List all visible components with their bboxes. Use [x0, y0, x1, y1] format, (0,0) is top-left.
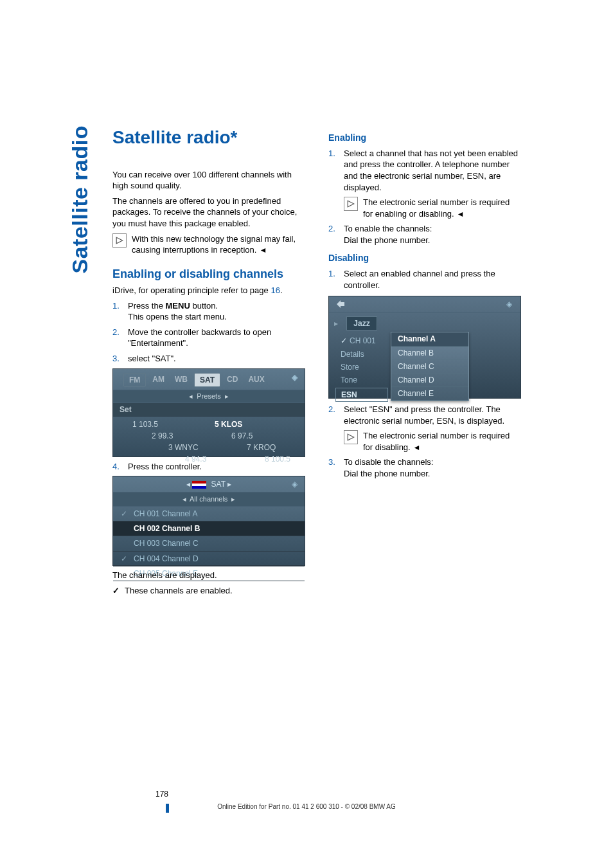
- step-3-text: select "SAT".: [128, 353, 176, 365]
- preset-2[interactable]: 2 99.3: [152, 431, 173, 441]
- back-icon[interactable]: [335, 299, 346, 309]
- svg-marker-5: [414, 446, 419, 450]
- preset-3[interactable]: 3 WNYC: [168, 442, 199, 453]
- channel-row-3-label: CH 003 Channel C: [134, 538, 199, 548]
- esn-note-text: The electronic serial number is required…: [363, 197, 521, 219]
- presets-body: 1 103.5 2 99.3 3 WNYC 4 94.3 5 KLOS 6 97…: [113, 417, 305, 464]
- radio-screenshot-presets: FM AM WB SAT CD AUX ◈ ◂ Presets ▸ Set 1 …: [112, 368, 305, 457]
- di-step-3a: To disable the channels:: [344, 457, 433, 467]
- tab-cd[interactable]: CD: [223, 373, 242, 387]
- all-channels-row[interactable]: ◂ All channels ▸: [113, 493, 305, 507]
- svg-marker-2: [348, 201, 354, 207]
- page-title: Satellite radio*: [112, 125, 305, 150]
- esn-note-2-body: The electronic serial number is required…: [363, 431, 510, 452]
- enabling-steps: 1. Select a channel that has not yet bee…: [328, 148, 521, 193]
- en-step-1-text: Select a channel that has not yet been e…: [344, 148, 521, 193]
- disabling-steps: 1. Select an enabled channel and press t…: [328, 268, 521, 291]
- step-2-text: Move the controller backwards to open "E…: [128, 327, 305, 349]
- sc-topbar: ◈: [329, 296, 520, 312]
- channel-row-4-label: CH 004 Channel D: [134, 554, 199, 564]
- popup-row-e[interactable]: Channel E: [391, 387, 468, 401]
- step-1: 1. Press the MENU button. This opens the…: [112, 300, 305, 323]
- enabling-heading: Enabling: [328, 132, 521, 144]
- preset-5[interactable]: 5 KLOS: [215, 419, 242, 429]
- channel-row-4[interactable]: ✓CH 004 Channel D: [113, 552, 305, 566]
- disabling-heading: Disabling: [328, 252, 521, 264]
- tab-sat[interactable]: SAT: [194, 373, 220, 387]
- di-step-1-text: Select an enabled channel and press the …: [344, 268, 521, 291]
- di-step-2: 2. Select "ESN" and press the controller…: [328, 404, 521, 426]
- left-arrow-icon: ◂: [189, 392, 193, 400]
- preset-1[interactable]: 1 103.5: [132, 419, 158, 429]
- channel-row-1[interactable]: ✓CH 001 Channel A: [113, 507, 305, 521]
- tuner-icon: ◈: [289, 479, 299, 489]
- preset-6[interactable]: 6 97.5: [231, 431, 253, 441]
- right-arrow-icon: ▸: [227, 480, 231, 489]
- channel-row-2[interactable]: CH 002 Channel B: [113, 521, 305, 536]
- page-link-16[interactable]: 16: [271, 285, 280, 295]
- step-num-1: 1.: [328, 148, 337, 193]
- tab-wb[interactable]: WB: [171, 373, 191, 387]
- radio-screenshot-channels: ◂ SAT ▸ ◈ ◂ All channels ▸ ✓CH 001 Chann…: [112, 476, 305, 566]
- flag-icon: [192, 481, 206, 489]
- menu-label: MENU: [166, 301, 190, 311]
- sc-side-menu: CH 001 Details Store Tone ESN: [335, 334, 388, 402]
- tab-am[interactable]: AM: [148, 373, 168, 387]
- side-store[interactable]: Store: [335, 361, 388, 374]
- radio-source-tabs: FM AM WB SAT CD AUX ◈: [113, 369, 305, 390]
- step-num-2: 2.: [328, 223, 337, 246]
- popup-row-b[interactable]: Channel B: [391, 347, 468, 360]
- enabled-check-line: ✓ These channels are enabled.: [112, 585, 305, 597]
- footer-line: Online Edition for Part no. 01 41 2 600 …: [217, 803, 396, 810]
- side-esn[interactable]: ESN: [335, 388, 388, 402]
- en-step-2a: To enable the channels:: [344, 224, 432, 233]
- preset-8[interactable]: 8 100.5: [265, 454, 290, 464]
- esn-note: The electronic serial number is required…: [344, 197, 521, 219]
- jazz-tab-row: ▸ Jazz: [329, 312, 520, 334]
- channel-row-3[interactable]: CH 003 Channel C: [113, 536, 305, 551]
- side-channel[interactable]: CH 001: [335, 334, 388, 347]
- idrive-ref-pre: iDrive, for operating principle refer to…: [112, 285, 271, 295]
- svg-marker-1: [261, 248, 265, 253]
- category-jazz[interactable]: Jazz: [346, 316, 377, 330]
- step-num-1: 1.: [328, 268, 337, 291]
- channel-row-1-label: CH 001 Channel A: [134, 509, 197, 519]
- side-details[interactable]: Details: [335, 348, 388, 361]
- sc-body: CH 001 Details Store Tone ESN Channel A …: [329, 334, 520, 402]
- check-icon: ✓: [120, 509, 129, 519]
- sb-header: ◂ SAT ▸ ◈: [113, 476, 305, 493]
- disabling-steps-2: 2. Select "ESN" and press the controller…: [328, 404, 521, 426]
- en-step-1: 1. Select a channel that has not yet bee…: [328, 148, 521, 193]
- idrive-ref: iDrive, for operating principle refer to…: [112, 285, 305, 296]
- en-step-2b: Dial the phone number.: [344, 235, 430, 245]
- side-section-label: Satellite radio: [67, 125, 93, 273]
- side-tone[interactable]: Tone: [335, 374, 388, 386]
- step-num-1: 1.: [112, 300, 121, 323]
- tuner-icon: ◈: [289, 373, 299, 383]
- popup-row-d[interactable]: Channel D: [391, 374, 468, 387]
- svg-marker-0: [116, 237, 123, 244]
- set-row[interactable]: Set: [113, 403, 305, 417]
- step-3: 3. select "SAT".: [112, 353, 305, 365]
- signal-note: With this new technology the signal may …: [112, 233, 305, 256]
- tab-aux[interactable]: AUX: [244, 373, 268, 387]
- preset-4[interactable]: 4 94.3: [185, 454, 206, 464]
- end-mark-icon: [458, 208, 463, 220]
- tab-fm[interactable]: FM: [123, 373, 146, 387]
- popup-row-a[interactable]: Channel A: [391, 332, 468, 346]
- preset-7[interactable]: 7 KROQ: [247, 442, 276, 453]
- esn-note-2: The electronic serial number is required…: [344, 430, 521, 453]
- svg-marker-3: [458, 212, 463, 217]
- di-step-3-text: To disable the channels: Dial the phone …: [344, 457, 433, 479]
- disabling-steps-3: 3. To disable the channels: Dial the pho…: [328, 457, 521, 479]
- popup-row-c[interactable]: Channel C: [391, 360, 468, 374]
- channels-displayed-text: The channels are displayed.: [112, 570, 305, 581]
- check-icon: ✓: [112, 585, 120, 597]
- tuner-icon: ◈: [504, 299, 514, 309]
- intro-paragraph-1: You can receive over 100 different chann…: [112, 169, 305, 192]
- footer-accent-bar: [166, 804, 169, 813]
- left-arrow-icon: ◂: [182, 495, 186, 503]
- step-1-text: Press the MENU button. This opens the st…: [128, 300, 227, 323]
- presets-header[interactable]: ◂ Presets ▸: [113, 390, 305, 403]
- di-step-2-text: Select "ESN" and press the controller. T…: [344, 404, 521, 426]
